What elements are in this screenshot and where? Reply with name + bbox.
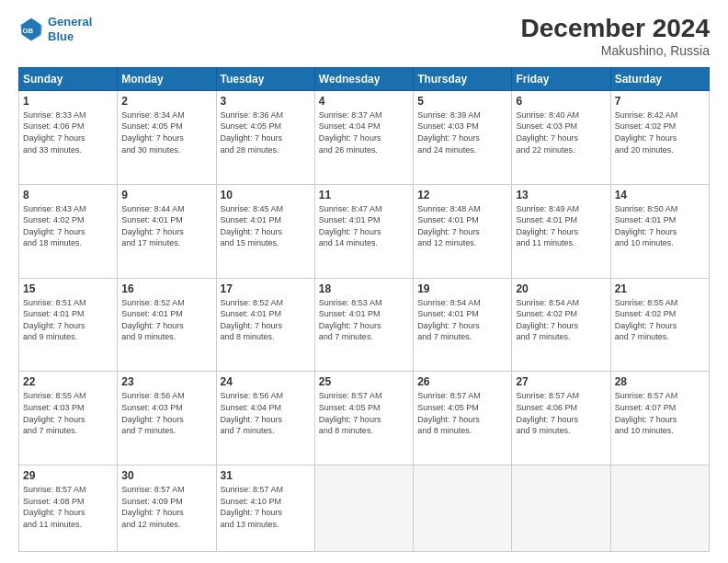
day-number: 24 bbox=[221, 375, 311, 388]
day-info: Sunrise: 8:55 AM Sunset: 4:03 PM Dayligh… bbox=[23, 390, 113, 436]
calendar-cell: 4Sunrise: 8:37 AM Sunset: 4:04 PM Daylig… bbox=[314, 90, 413, 184]
calendar-table: SundayMondayTuesdayWednesdayThursdayFrid… bbox=[18, 67, 710, 552]
day-number: 30 bbox=[121, 469, 211, 482]
day-number: 7 bbox=[615, 95, 705, 108]
day-info: Sunrise: 8:57 AM Sunset: 4:07 PM Dayligh… bbox=[615, 390, 705, 436]
calendar-cell: 1Sunrise: 8:33 AM Sunset: 4:06 PM Daylig… bbox=[19, 90, 118, 184]
day-info: Sunrise: 8:57 AM Sunset: 4:09 PM Dayligh… bbox=[121, 484, 211, 530]
day-info: Sunrise: 8:54 AM Sunset: 4:01 PM Dayligh… bbox=[417, 297, 507, 343]
calendar-cell: 11Sunrise: 8:47 AM Sunset: 4:01 PM Dayli… bbox=[314, 184, 413, 278]
calendar-cell: 23Sunrise: 8:56 AM Sunset: 4:03 PM Dayli… bbox=[118, 372, 216, 465]
calendar-cell bbox=[610, 465, 709, 552]
day-number: 13 bbox=[516, 189, 606, 201]
day-number: 1 bbox=[23, 95, 113, 108]
calendar-week-1: 1Sunrise: 8:33 AM Sunset: 4:06 PM Daylig… bbox=[19, 90, 710, 184]
day-info: Sunrise: 8:57 AM Sunset: 4:05 PM Dayligh… bbox=[417, 390, 507, 436]
day-number: 25 bbox=[319, 375, 409, 388]
calendar-week-2: 8Sunrise: 8:43 AM Sunset: 4:02 PM Daylig… bbox=[19, 184, 710, 278]
day-info: Sunrise: 8:45 AM Sunset: 4:01 PM Dayligh… bbox=[221, 203, 311, 249]
day-number: 21 bbox=[615, 282, 705, 295]
day-number: 29 bbox=[23, 469, 113, 482]
day-number: 4 bbox=[319, 95, 409, 108]
logo-blue: Blue bbox=[48, 29, 74, 43]
day-info: Sunrise: 8:52 AM Sunset: 4:01 PM Dayligh… bbox=[121, 297, 211, 343]
svg-text:GB: GB bbox=[22, 26, 33, 34]
day-info: Sunrise: 8:34 AM Sunset: 4:05 PM Dayligh… bbox=[121, 109, 211, 155]
calendar-cell: 5Sunrise: 8:39 AM Sunset: 4:03 PM Daylig… bbox=[414, 90, 512, 184]
header: GB General Blue December 2024 Makushino,… bbox=[18, 15, 710, 58]
day-number: 16 bbox=[121, 282, 211, 295]
day-info: Sunrise: 8:37 AM Sunset: 4:04 PM Dayligh… bbox=[319, 109, 409, 155]
calendar-cell: 24Sunrise: 8:56 AM Sunset: 4:04 PM Dayli… bbox=[216, 372, 314, 465]
weekday-header-sunday: Sunday bbox=[19, 67, 118, 90]
calendar-cell: 7Sunrise: 8:42 AM Sunset: 4:02 PM Daylig… bbox=[610, 90, 709, 184]
day-info: Sunrise: 8:40 AM Sunset: 4:03 PM Dayligh… bbox=[516, 109, 606, 155]
weekday-header-wednesday: Wednesday bbox=[314, 67, 413, 90]
calendar-cell bbox=[414, 465, 512, 552]
logo-icon: GB bbox=[18, 17, 44, 42]
location: Makushino, Russia bbox=[521, 43, 710, 58]
weekday-header-row: SundayMondayTuesdayWednesdayThursdayFrid… bbox=[19, 67, 710, 90]
day-number: 2 bbox=[121, 95, 211, 108]
day-info: Sunrise: 8:55 AM Sunset: 4:02 PM Dayligh… bbox=[615, 297, 705, 343]
calendar-cell: 30Sunrise: 8:57 AM Sunset: 4:09 PM Dayli… bbox=[118, 465, 216, 552]
calendar-week-3: 15Sunrise: 8:51 AM Sunset: 4:01 PM Dayli… bbox=[19, 278, 710, 372]
day-info: Sunrise: 8:42 AM Sunset: 4:02 PM Dayligh… bbox=[615, 109, 705, 155]
day-number: 28 bbox=[615, 375, 705, 388]
calendar-cell: 31Sunrise: 8:57 AM Sunset: 4:10 PM Dayli… bbox=[216, 465, 314, 552]
calendar-cell: 10Sunrise: 8:45 AM Sunset: 4:01 PM Dayli… bbox=[216, 184, 314, 278]
day-info: Sunrise: 8:36 AM Sunset: 4:05 PM Dayligh… bbox=[221, 109, 311, 155]
day-number: 5 bbox=[417, 95, 507, 108]
calendar-cell bbox=[314, 465, 413, 552]
weekday-header-tuesday: Tuesday bbox=[216, 67, 314, 90]
calendar-cell: 29Sunrise: 8:57 AM Sunset: 4:08 PM Dayli… bbox=[19, 465, 118, 552]
calendar-cell: 2Sunrise: 8:34 AM Sunset: 4:05 PM Daylig… bbox=[118, 90, 216, 184]
day-info: Sunrise: 8:52 AM Sunset: 4:01 PM Dayligh… bbox=[221, 297, 311, 343]
day-info: Sunrise: 8:50 AM Sunset: 4:01 PM Dayligh… bbox=[615, 203, 705, 249]
day-info: Sunrise: 8:39 AM Sunset: 4:03 PM Dayligh… bbox=[417, 109, 507, 155]
day-number: 23 bbox=[121, 375, 211, 388]
weekday-header-thursday: Thursday bbox=[414, 67, 512, 90]
calendar-cell: 16Sunrise: 8:52 AM Sunset: 4:01 PM Dayli… bbox=[118, 278, 216, 372]
calendar-week-4: 22Sunrise: 8:55 AM Sunset: 4:03 PM Dayli… bbox=[19, 372, 710, 465]
calendar-cell: 8Sunrise: 8:43 AM Sunset: 4:02 PM Daylig… bbox=[19, 184, 118, 278]
weekday-header-friday: Friday bbox=[512, 67, 610, 90]
calendar-cell: 18Sunrise: 8:53 AM Sunset: 4:01 PM Dayli… bbox=[314, 278, 413, 372]
page: GB General Blue December 2024 Makushino,… bbox=[0, 0, 728, 563]
day-info: Sunrise: 8:47 AM Sunset: 4:01 PM Dayligh… bbox=[319, 203, 409, 249]
calendar-body: 1Sunrise: 8:33 AM Sunset: 4:06 PM Daylig… bbox=[19, 90, 710, 551]
title-block: December 2024 Makushino, Russia bbox=[521, 15, 710, 58]
calendar-cell: 25Sunrise: 8:57 AM Sunset: 4:05 PM Dayli… bbox=[314, 372, 413, 465]
day-number: 22 bbox=[23, 375, 113, 388]
day-number: 9 bbox=[121, 189, 211, 201]
calendar-cell: 20Sunrise: 8:54 AM Sunset: 4:02 PM Dayli… bbox=[512, 278, 610, 372]
day-info: Sunrise: 8:43 AM Sunset: 4:02 PM Dayligh… bbox=[23, 203, 113, 249]
day-number: 11 bbox=[319, 189, 409, 201]
day-number: 14 bbox=[615, 189, 705, 201]
day-number: 31 bbox=[221, 469, 311, 482]
day-number: 3 bbox=[221, 95, 311, 108]
day-info: Sunrise: 8:57 AM Sunset: 4:08 PM Dayligh… bbox=[23, 484, 113, 530]
logo-general: General bbox=[48, 15, 92, 29]
day-number: 8 bbox=[23, 189, 113, 201]
day-info: Sunrise: 8:44 AM Sunset: 4:01 PM Dayligh… bbox=[121, 203, 211, 249]
calendar-cell: 26Sunrise: 8:57 AM Sunset: 4:05 PM Dayli… bbox=[414, 372, 512, 465]
logo: GB General Blue bbox=[18, 15, 92, 43]
day-info: Sunrise: 8:56 AM Sunset: 4:03 PM Dayligh… bbox=[121, 390, 211, 436]
calendar-cell bbox=[512, 465, 610, 552]
calendar-cell: 17Sunrise: 8:52 AM Sunset: 4:01 PM Dayli… bbox=[216, 278, 314, 372]
calendar-cell: 13Sunrise: 8:49 AM Sunset: 4:01 PM Dayli… bbox=[512, 184, 610, 278]
day-number: 6 bbox=[516, 95, 606, 108]
calendar-cell: 14Sunrise: 8:50 AM Sunset: 4:01 PM Dayli… bbox=[610, 184, 709, 278]
day-info: Sunrise: 8:57 AM Sunset: 4:06 PM Dayligh… bbox=[516, 390, 606, 436]
day-number: 15 bbox=[23, 282, 113, 295]
calendar-cell: 28Sunrise: 8:57 AM Sunset: 4:07 PM Dayli… bbox=[610, 372, 709, 465]
day-info: Sunrise: 8:33 AM Sunset: 4:06 PM Dayligh… bbox=[23, 109, 113, 155]
calendar-cell: 15Sunrise: 8:51 AM Sunset: 4:01 PM Dayli… bbox=[19, 278, 118, 372]
weekday-header-saturday: Saturday bbox=[610, 67, 709, 90]
calendar-cell: 3Sunrise: 8:36 AM Sunset: 4:05 PM Daylig… bbox=[216, 90, 314, 184]
day-info: Sunrise: 8:56 AM Sunset: 4:04 PM Dayligh… bbox=[221, 390, 311, 436]
calendar-cell: 27Sunrise: 8:57 AM Sunset: 4:06 PM Dayli… bbox=[512, 372, 610, 465]
day-info: Sunrise: 8:54 AM Sunset: 4:02 PM Dayligh… bbox=[516, 297, 606, 343]
day-number: 10 bbox=[221, 189, 311, 201]
